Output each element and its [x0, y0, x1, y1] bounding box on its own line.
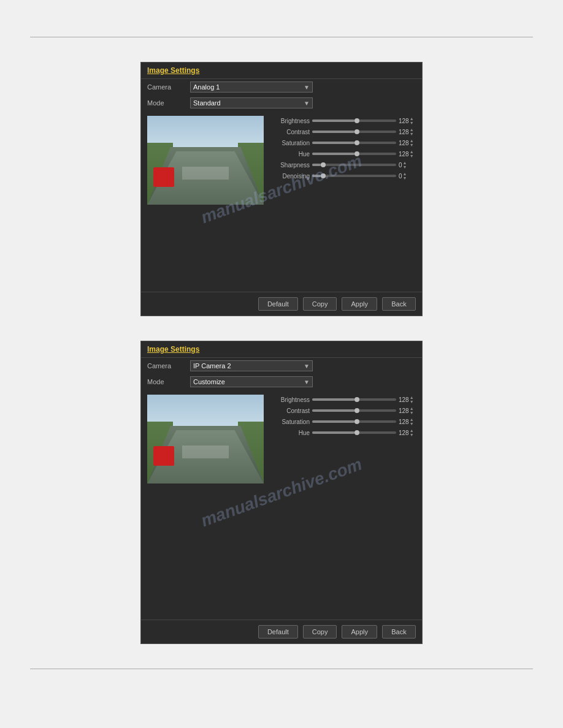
road-scene-1	[147, 116, 264, 205]
camera-preview-1	[147, 116, 264, 205]
apply-button-2[interactable]: Apply	[342, 625, 377, 639]
camera-value-1[interactable]: Analog 1 ▼	[190, 82, 416, 93]
hue-slider-2[interactable]	[312, 431, 396, 434]
contrast-label-1: Contrast	[270, 129, 310, 135]
brightness-value-2: 128 ▲▼	[399, 395, 416, 404]
apply-button-1[interactable]: Apply	[342, 297, 377, 311]
denoising-label-1: Denoising	[270, 173, 310, 180]
hue-spinners-1[interactable]: ▲▼	[410, 150, 414, 158]
empty-area-1	[141, 210, 422, 289]
camera-label-2: Camera	[147, 362, 190, 370]
camera-label-1: Camera	[147, 83, 190, 91]
brightness-thumb-2	[354, 397, 359, 402]
contrast-slider-2[interactable]	[312, 409, 396, 412]
brightness-fill-1	[312, 119, 354, 122]
denoising-slider-1[interactable]	[312, 175, 396, 177]
mode-dropdown-2[interactable]: Customize ▼	[190, 376, 313, 387]
mode-label-1: Mode	[147, 99, 190, 107]
denoising-spinners-1[interactable]: ▲▼	[403, 172, 407, 180]
brightness-fill-2	[312, 398, 354, 401]
saturation-spinners-1[interactable]: ▲▼	[410, 138, 414, 147]
saturation-value-1: 128 ▲▼	[399, 138, 416, 147]
empty-area-2	[141, 488, 422, 617]
mode-dropdown-1[interactable]: Standard ▼	[190, 97, 313, 108]
hue-slider-1[interactable]	[312, 153, 396, 155]
brightness-spinners-2[interactable]: ▲▼	[410, 395, 414, 404]
back-button-2[interactable]: Back	[382, 625, 416, 639]
contrast-value-2: 128 ▲▼	[399, 406, 416, 415]
denoising-thumb-1	[321, 173, 326, 178]
saturation-slider-2[interactable]	[312, 420, 396, 423]
hue-fill-2	[312, 431, 354, 434]
contrast-thumb-1	[354, 129, 359, 134]
sharpness-spinners-1[interactable]: ▲▼	[403, 161, 407, 169]
contrast-spinners-2[interactable]: ▲▼	[410, 406, 414, 415]
contrast-value-1: 128 ▲▼	[399, 127, 416, 136]
mode-label-2: Mode	[147, 378, 190, 385]
saturation-slider-1[interactable]	[312, 142, 396, 144]
contrast-row-1: Contrast 128 ▲▼	[270, 127, 416, 137]
brightness-label-1: Brightness	[270, 118, 310, 124]
contrast-spinners-1[interactable]: ▲▼	[410, 127, 414, 136]
camera-row-2: Camera IP Camera 2 ▼	[141, 358, 422, 374]
default-button-2[interactable]: Default	[258, 625, 298, 639]
mode-dropdown-arrow-1: ▼	[304, 100, 310, 107]
brightness-row-2: Brightness 128 ▲▼	[270, 395, 416, 404]
saturation-label-2: Saturation	[270, 419, 310, 425]
camera-dropdown-1[interactable]: Analog 1 ▼	[190, 82, 313, 93]
brightness-slider-2[interactable]	[312, 398, 396, 401]
copy-button-1[interactable]: Copy	[303, 297, 337, 311]
sharpness-row-1: Sharpness 0 ▲▼	[270, 160, 416, 170]
sharpness-label-1: Sharpness	[270, 162, 310, 169]
saturation-spinners-2[interactable]: ▲▼	[410, 417, 414, 426]
panel-main-2: Brightness 128 ▲▼ Contrast	[141, 390, 422, 488]
sharpness-value-1: 0 ▲▼	[399, 161, 416, 169]
bus-red-2	[153, 446, 174, 466]
saturation-label-1: Saturation	[270, 140, 310, 146]
saturation-thumb-1	[354, 140, 359, 145]
hue-fill-1	[312, 153, 354, 155]
hue-thumb-1	[354, 151, 359, 156]
hue-label-2: Hue	[270, 430, 310, 436]
hue-row-1: Hue 128 ▲▼	[270, 149, 416, 159]
copy-button-2[interactable]: Copy	[303, 625, 337, 639]
contrast-slider-1[interactable]	[312, 131, 396, 133]
saturation-thumb-2	[354, 419, 359, 424]
mode-row-1: Mode Standard ▼	[141, 95, 422, 111]
panel-main-1: Brightness 128 ▲▼ Contrast	[141, 111, 422, 210]
sharpness-thumb-1	[321, 162, 326, 167]
hue-value-1: 128 ▲▼	[399, 150, 416, 158]
brightness-slider-1[interactable]	[312, 119, 396, 122]
camera-row-1: Camera Analog 1 ▼	[141, 79, 422, 95]
saturation-fill-1	[312, 142, 354, 144]
brightness-thumb-1	[354, 118, 359, 123]
back-button-1[interactable]: Back	[382, 297, 416, 311]
saturation-fill-2	[312, 420, 354, 423]
contrast-fill-2	[312, 409, 354, 412]
vehicles-2	[182, 446, 229, 459]
default-button-1[interactable]: Default	[258, 297, 298, 311]
panel-title-2: Image Settings	[141, 341, 422, 358]
mode-value-2[interactable]: Customize ▼	[190, 376, 416, 387]
denoising-value-1: 0 ▲▼	[399, 172, 416, 180]
hue-spinners-2[interactable]: ▲▼	[410, 428, 414, 437]
top-divider	[30, 37, 533, 37]
road-scene-2	[147, 395, 264, 483]
vehicles-1	[182, 167, 229, 180]
hue-label-1: Hue	[270, 151, 310, 157]
contrast-row-2: Contrast 128 ▲▼	[270, 406, 416, 415]
hue-thumb-2	[354, 430, 359, 435]
camera-dropdown-2[interactable]: IP Camera 2 ▼	[190, 360, 313, 371]
mode-value-1[interactable]: Standard ▼	[190, 97, 416, 108]
saturation-row-2: Saturation 128 ▲▼	[270, 417, 416, 427]
camera-value-2[interactable]: IP Camera 2 ▼	[190, 360, 416, 371]
brightness-value-1: 128 ▲▼	[399, 116, 416, 125]
denoising-row-1: Denoising 0 ▲▼	[270, 171, 416, 181]
brightness-spinners-1[interactable]: ▲▼	[410, 116, 414, 125]
bottom-divider	[30, 669, 533, 669]
sharpness-slider-1[interactable]	[312, 164, 396, 166]
camera-dropdown-arrow-2: ▼	[304, 363, 310, 370]
settings-area-2: Brightness 128 ▲▼ Contrast	[270, 395, 416, 483]
hue-value-2: 128 ▲▼	[399, 428, 416, 437]
mode-dropdown-arrow-2: ▼	[304, 379, 310, 385]
